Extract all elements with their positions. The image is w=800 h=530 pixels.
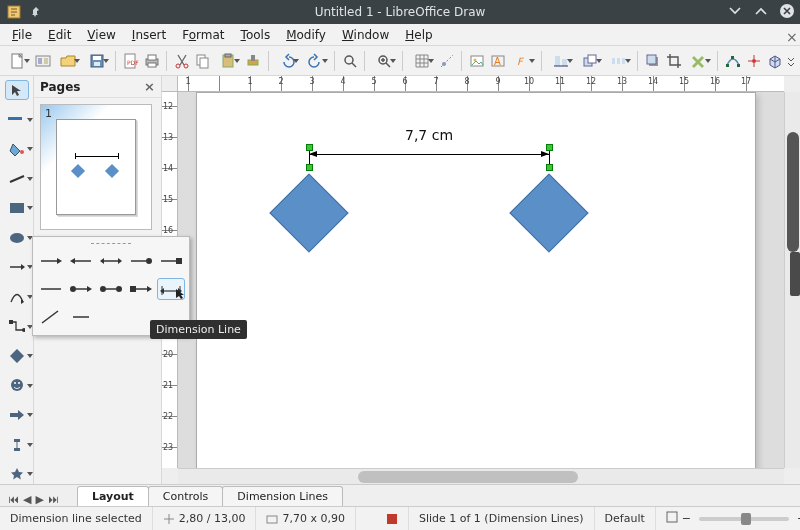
arrow-opt-short[interactable] bbox=[67, 306, 95, 328]
window-maximize-button[interactable] bbox=[752, 2, 770, 20]
menu-insert[interactable]: Insert bbox=[124, 26, 174, 44]
redo-button[interactable] bbox=[302, 49, 329, 73]
menu-help[interactable]: Help bbox=[397, 26, 440, 44]
flowchart-tool[interactable] bbox=[5, 435, 29, 455]
pin-icon[interactable] bbox=[28, 4, 44, 20]
right-panel-toggle[interactable] bbox=[790, 252, 800, 296]
filter-button[interactable] bbox=[685, 49, 712, 73]
curve-tool[interactable] bbox=[5, 287, 29, 307]
basic-shapes-tool[interactable] bbox=[5, 346, 29, 366]
canvas-viewport[interactable]: 7,7 cm bbox=[178, 92, 784, 468]
tab-nav-prev[interactable]: ◀ bbox=[23, 493, 31, 506]
new-button[interactable] bbox=[4, 49, 31, 73]
pointer-tool[interactable] bbox=[5, 80, 29, 100]
templates-button[interactable] bbox=[33, 49, 52, 73]
grid-button[interactable] bbox=[408, 49, 435, 73]
pages-panel-close-icon[interactable]: × bbox=[144, 79, 155, 94]
overflow-button[interactable] bbox=[786, 49, 796, 73]
tab-dimension-lines[interactable]: Dimension Lines bbox=[222, 486, 343, 506]
arrow-opt-45[interactable] bbox=[37, 306, 65, 328]
undo-button[interactable] bbox=[273, 49, 300, 73]
arrow-opt-circle-start[interactable] bbox=[67, 278, 95, 300]
arrow-shapes-tool[interactable] bbox=[5, 405, 29, 425]
menu-file[interactable]: File bbox=[4, 26, 40, 44]
horizontal-ruler[interactable]: 11234567891011121314151617 bbox=[178, 76, 784, 92]
paste-button[interactable] bbox=[214, 49, 241, 73]
line-color-tool[interactable] bbox=[5, 110, 29, 130]
edit-points-button[interactable] bbox=[723, 49, 742, 73]
copy-button[interactable] bbox=[193, 49, 212, 73]
fit-page-icon[interactable] bbox=[666, 511, 678, 526]
selection-handle[interactable] bbox=[546, 164, 553, 171]
save-button[interactable] bbox=[83, 49, 110, 73]
lines-arrows-tool[interactable] bbox=[5, 257, 29, 277]
arrow-opt-none[interactable] bbox=[37, 278, 65, 300]
connector-tool[interactable] bbox=[5, 317, 29, 337]
rectangle-tool[interactable] bbox=[5, 198, 29, 218]
menu-view[interactable]: View bbox=[79, 26, 123, 44]
page-thumbnail[interactable]: 1 bbox=[40, 104, 152, 230]
fill-color-tool[interactable] bbox=[5, 139, 29, 159]
tab-layout[interactable]: Layout bbox=[77, 486, 149, 506]
ellipse-tool[interactable] bbox=[5, 228, 29, 248]
selection-handle[interactable] bbox=[546, 144, 553, 151]
print-button[interactable] bbox=[142, 49, 161, 73]
tab-nav-first[interactable]: ⏮ bbox=[8, 493, 19, 506]
textbox-button[interactable]: A bbox=[488, 49, 507, 73]
distribute-button[interactable] bbox=[605, 49, 632, 73]
shadow-button[interactable] bbox=[643, 49, 662, 73]
menu-modify[interactable]: Modify bbox=[278, 26, 334, 44]
arrow-opt-circle-end[interactable] bbox=[127, 250, 155, 272]
zoom-button[interactable] bbox=[370, 49, 397, 73]
star-tool[interactable] bbox=[5, 464, 29, 484]
document-close-icon[interactable]: × bbox=[778, 27, 794, 39]
arrow-opt-circle-both[interactable] bbox=[97, 278, 125, 300]
tab-nav-last[interactable]: ⏭ bbox=[48, 493, 59, 506]
symbol-shapes-tool[interactable] bbox=[5, 376, 29, 396]
arrow-opt-both[interactable] bbox=[97, 250, 125, 272]
arrow-opt-square-end[interactable] bbox=[157, 250, 185, 272]
find-button[interactable] bbox=[340, 49, 359, 73]
dimension-line[interactable] bbox=[309, 154, 549, 155]
fontwork-button[interactable]: F bbox=[509, 49, 536, 73]
helplines-button[interactable] bbox=[437, 49, 456, 73]
arrow-opt-square-start[interactable] bbox=[127, 278, 155, 300]
glue-points-button[interactable] bbox=[744, 49, 763, 73]
window-minimize-button[interactable] bbox=[726, 2, 744, 20]
status-style[interactable]: Default bbox=[595, 507, 656, 530]
zoom-out-button[interactable]: − bbox=[682, 512, 691, 525]
window-close-button[interactable] bbox=[778, 2, 796, 20]
svg-rect-5 bbox=[44, 58, 48, 64]
scrollbar-thumb[interactable] bbox=[787, 132, 799, 252]
arrange-button[interactable] bbox=[576, 49, 603, 73]
menu-tools[interactable]: Tools bbox=[233, 26, 279, 44]
image-button[interactable] bbox=[467, 49, 486, 73]
menu-format[interactable]: Format bbox=[174, 26, 232, 44]
export-pdf-button[interactable]: PDF bbox=[121, 49, 140, 73]
svg-rect-30 bbox=[555, 56, 560, 66]
scrollbar-thumb[interactable] bbox=[358, 471, 578, 483]
svg-rect-38 bbox=[647, 55, 656, 64]
extrusion-button[interactable] bbox=[765, 49, 784, 73]
line-tool[interactable] bbox=[5, 169, 29, 189]
tab-controls[interactable]: Controls bbox=[148, 486, 224, 506]
open-button[interactable] bbox=[54, 49, 81, 73]
shape-diamond[interactable] bbox=[509, 173, 588, 252]
clone-format-button[interactable] bbox=[243, 49, 262, 73]
tab-nav-next[interactable]: ▶ bbox=[35, 493, 43, 506]
cut-button[interactable] bbox=[172, 49, 191, 73]
shape-diamond[interactable] bbox=[269, 173, 348, 252]
selection-handle[interactable] bbox=[306, 144, 313, 151]
arrow-opt-dimension-line[interactable] bbox=[157, 278, 185, 300]
status-modified-icon[interactable] bbox=[376, 507, 409, 530]
crop-button[interactable] bbox=[664, 49, 683, 73]
zoom-slider[interactable] bbox=[699, 517, 789, 521]
menu-edit[interactable]: Edit bbox=[40, 26, 79, 44]
align-button[interactable] bbox=[547, 49, 574, 73]
menu-window[interactable]: Window bbox=[334, 26, 397, 44]
arrow-opt-end[interactable] bbox=[37, 250, 65, 272]
drawing-page[interactable]: 7,7 cm bbox=[196, 92, 756, 468]
horizontal-scrollbar[interactable] bbox=[178, 468, 784, 484]
arrow-opt-start[interactable] bbox=[67, 250, 95, 272]
selection-handle[interactable] bbox=[306, 164, 313, 171]
